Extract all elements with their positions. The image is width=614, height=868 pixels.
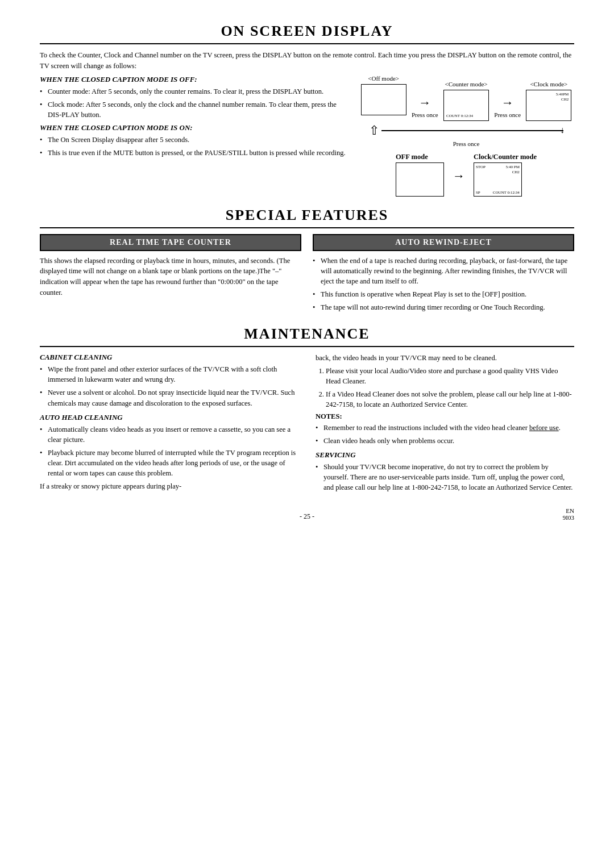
sf-divider [40, 227, 574, 228]
maint-right-intro: back, the video heads in your TV/VCR may… [316, 353, 574, 363]
cc-off-bullet-1: Counter mode: After 5 seconds, only the … [40, 86, 347, 97]
special-features-title: SPECIAL FEATURES [40, 207, 574, 224]
cc-clock-counter-group: Clock/Counter mode STOP 5:40 PMCH2 SP CO… [474, 153, 537, 197]
servicing-heading: SERVICING [316, 450, 574, 460]
cc-on-heading: WHEN THE CLOSED CAPTION MODE IS ON: [40, 123, 347, 132]
sf-columns: REAL TIME TAPE COUNTER This shows the el… [40, 234, 574, 316]
notes-heading: NOTES: [316, 412, 574, 421]
off-mode-heading: OFF mode [396, 153, 444, 161]
cc-on-bullet-1: The On Screen Display disappear after 5 … [40, 135, 347, 145]
auto-rewind-col: AUTO REWIND-EJECT When the end of a tape… [313, 234, 574, 316]
real-time-col: REAL TIME TAPE COUNTER This shows the el… [40, 234, 301, 316]
cc-stop-text: STOP [476, 165, 486, 169]
clock-mode-label: <Clock mode> [530, 81, 567, 87]
auto-head-extra: If a streaky or snowy picture appears du… [40, 481, 298, 491]
maintenance-section: MAINTENANCE CABINET CLEANING Wipe the fr… [40, 326, 574, 495]
cc-off-bullets: Counter mode: After 5 seconds, only the … [40, 86, 347, 120]
counter-mode-label: <Counter mode> [445, 81, 487, 87]
cabinet-cleaning-heading: CABINET CLEANING [40, 353, 298, 362]
cc-clock-text2: 5:40 PMCH2 [506, 165, 520, 175]
cc-arrow: → [453, 169, 465, 183]
arrow-press-1: → Press once [412, 95, 438, 118]
servicing-bullet-1: Should your TV/VCR become inoperative, d… [316, 462, 574, 493]
cc-on-section: WHEN THE CLOSED CAPTION MODE IS ON: The … [40, 123, 347, 158]
arrow-right-1: → [418, 95, 431, 110]
cc-bottom-row: SP COUNT 0:12:34 [476, 190, 520, 195]
special-features-section: SPECIAL FEATURES REAL TIME TAPE COUNTER … [40, 207, 574, 316]
off-mode-col: <Off mode> [361, 75, 406, 127]
lang-label: EN [566, 507, 574, 514]
cc-on-bullets: The On Screen Display disappear after 5 … [40, 135, 347, 158]
notes-bullets: Remember to read the instructions includ… [316, 423, 574, 446]
cabinet-bullet-1: Wipe the front panel and other exterior … [40, 364, 298, 385]
auto-rewind-bullets: When the end of a tape is reached during… [313, 256, 574, 313]
return-arrow-line: ↓ [381, 130, 563, 131]
servicing-bullets: Should your TV/VCR become inoperative, d… [316, 462, 574, 493]
maint-divider [40, 346, 574, 347]
arrow-right-end: ↓ [560, 125, 565, 135]
counter-mode-col: <Counter mode> COUNT 0:12:34 [443, 81, 489, 121]
real-time-header: REAL TIME TAPE COUNTER [40, 234, 301, 251]
osd-diagram-col: <Off mode> → Press once <Counter mode> [358, 75, 574, 197]
press-once-1: Press once [412, 111, 438, 118]
maint-numbered-list: Please visit your local Audio/Video stor… [316, 366, 574, 410]
cc-sp-text: SP [476, 190, 480, 195]
cc-off-mode-group: OFF mode [396, 153, 444, 197]
arrow-press-2: → Press once [494, 95, 521, 118]
page-lang-code: EN 9I03 [563, 507, 574, 521]
page-footer: - 25 - EN 9I03 [40, 512, 574, 521]
cc-off-screen [396, 162, 444, 197]
clock-text: 5:40PMCH2 [556, 92, 569, 102]
maint-numbered-2: If a Video Head Cleaner does not solve t… [326, 389, 574, 410]
cc-clock-counter-screen: STOP 5:40 PMCH2 SP COUNT 0:12:34 [474, 162, 522, 197]
cabinet-cleaning-bullets: Wipe the front panel and other exterior … [40, 364, 298, 408]
cc-on-bullet-2: This is true even if the MUTE button is … [40, 148, 347, 158]
maint-numbered-1: Please visit your local Audio/Video stor… [326, 366, 574, 386]
maint-right-col: back, the video heads in your TV/VCR may… [316, 353, 574, 495]
page-code: 9I03 [563, 514, 574, 521]
counter-text: COUNT 0:12:34 [446, 114, 473, 118]
osd-intro: To check the Counter, Clock and Channel … [40, 50, 574, 72]
on-screen-display-title: ON SCREEN DISPLAY [40, 23, 574, 40]
page-number: - 25 - [40, 512, 574, 521]
auto-head-bullet-1: Automatically cleans video heads as you … [40, 424, 298, 445]
auto-rewind-bullet-3: The tape will not auto-rewind during tim… [313, 302, 574, 312]
before-use-underline: before use [529, 424, 559, 432]
osd-left-col: WHEN THE CLOSED CAPTION MODE IS OFF: Cou… [40, 75, 347, 197]
display-diagram: <Off mode> → Press once <Counter mode> [358, 75, 574, 197]
press-once-bottom: Press once [453, 140, 480, 147]
maint-left-col: CABINET CLEANING Wipe the front panel an… [40, 353, 298, 495]
auto-rewind-header: AUTO REWIND-EJECT [313, 234, 574, 251]
osd-divider [40, 43, 574, 44]
auto-rewind-bullet-1: When the end of a tape is reached during… [313, 256, 574, 286]
clock-mode-screen: 5:40PMCH2 [526, 90, 571, 121]
auto-head-bullet-2: Playback picture may become blurred of i… [40, 448, 298, 478]
cc-off-bullet-2: Clock mode: After 5 seconds, only the cl… [40, 99, 347, 120]
cc-on-diagram: OFF mode → Clock/Counter mode STOP 5:40 … [396, 153, 537, 197]
maintenance-title: MAINTENANCE [40, 326, 574, 343]
cabinet-bullet-2: Never use a solvent or alcohol. Do not s… [40, 387, 298, 408]
osd-main-section: WHEN THE CLOSED CAPTION MODE IS OFF: Cou… [40, 75, 574, 197]
real-time-body: This shows the elapsed recording or play… [40, 256, 301, 298]
counter-mode-screen: COUNT 0:12:34 [443, 90, 489, 121]
off-mode-label: <Off mode> [368, 75, 399, 82]
maint-columns: CABINET CLEANING Wipe the front panel an… [40, 353, 574, 495]
cc-count-text: COUNT 0:12:34 [493, 190, 520, 195]
off-mode-screen [361, 84, 406, 115]
cc-clock-counter-heading: Clock/Counter mode [474, 153, 537, 161]
press-once-2: Press once [494, 111, 521, 118]
return-arrow-row: ⇧ ↓ [369, 123, 563, 138]
clock-mode-col: <Clock mode> 5:40PMCH2 [526, 81, 571, 121]
notes-bullet-2: Clean video heads only when problems occ… [316, 436, 574, 446]
notes-bullet-1: Remember to read the instructions includ… [316, 423, 574, 433]
auto-rewind-bullet-2: This function is operative when Repeat P… [313, 289, 574, 299]
cc-off-heading: WHEN THE CLOSED CAPTION MODE IS OFF: [40, 75, 347, 84]
arrow-up-left: ⇧ [369, 123, 379, 138]
arrow-right-2: → [501, 95, 514, 110]
auto-head-cleaning-bullets: Automatically cleans video heads as you … [40, 424, 298, 479]
bottom-arrow-row: ⇧ ↓ [358, 123, 574, 138]
auto-head-cleaning-heading: AUTO HEAD CLEANING [40, 413, 298, 422]
mode-row-top: <Off mode> → Press once <Counter mode> [358, 75, 574, 127]
